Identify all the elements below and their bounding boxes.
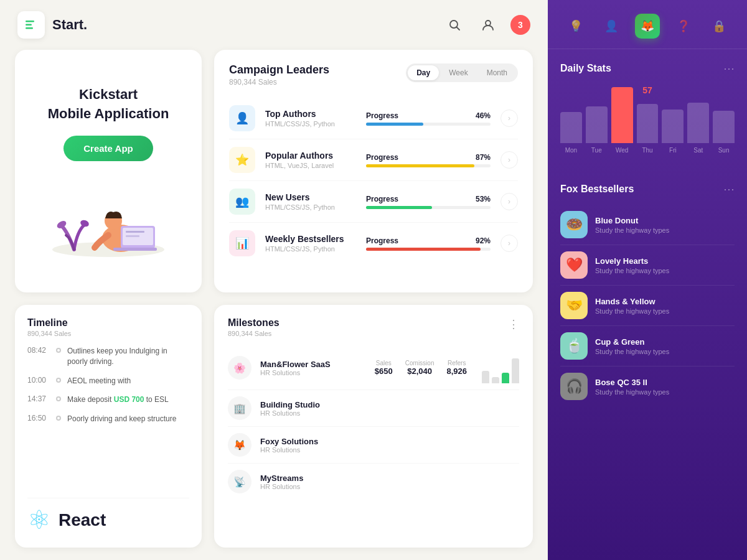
right-panel: 💡👤🦊❓🔒 Daily Stats ⋯ 57 Mon Tue Wed Thu F… <box>548 0 747 560</box>
chart-bar <box>586 106 608 143</box>
bestseller-sub: Study the highway types <box>595 307 735 315</box>
tab-week[interactable]: Week <box>440 65 476 80</box>
bestseller-item[interactable]: 🎧 Bose QC 35 II Study the highway types <box>560 366 735 406</box>
campaign-row-progress: Progress 92% <box>366 236 491 251</box>
progress-bar-bg <box>366 248 491 251</box>
svg-rect-1 <box>26 24 32 26</box>
tab-day[interactable]: Day <box>408 65 439 80</box>
bulb-icon[interactable]: 💡 <box>563 14 588 39</box>
search-icon[interactable] <box>443 14 466 36</box>
chart-day-label: Fri <box>669 147 677 154</box>
react-logo-section: ⚛ React <box>27 498 189 535</box>
user-icon[interactable] <box>477 14 499 36</box>
campaign-row-chevron[interactable]: › <box>500 151 518 169</box>
timeline-title: Timeline <box>27 317 189 329</box>
mini-bar <box>502 373 509 384</box>
milestones-sub: HR Solutions <box>260 409 519 417</box>
question-icon[interactable]: ❓ <box>671 14 696 39</box>
svg-rect-12 <box>126 235 139 237</box>
logo-icon <box>17 11 45 39</box>
milestones-name: Foxy Solutions <box>260 437 519 446</box>
chart-bar-wrap: Fri <box>662 110 684 154</box>
campaign-row-info: Weekly Bestsellers HTML/CSS/JS, Python <box>265 234 356 253</box>
bestseller-image: 🎧 <box>560 373 588 400</box>
milestones-row: 🏢 Building Studio HR Solutions <box>228 390 519 427</box>
campaign-row: 👤 Top Authors HTML/CSS/JS, Python Progre… <box>229 98 518 139</box>
campaign-title: Campaign Leaders <box>229 63 329 77</box>
react-atom-icon: ⚛ <box>27 505 51 535</box>
campaign-row: ⭐ Popular Authors HTML, VueJS, Laravel P… <box>229 139 518 181</box>
bestseller-info: Bose QC 35 II Study the highway types <box>595 378 735 396</box>
timeline-dot <box>56 396 61 401</box>
progress-bar-fill <box>366 206 432 209</box>
create-app-button[interactable]: Create App <box>63 136 153 161</box>
chart-bar-wrap: Sat <box>687 103 709 154</box>
campaign-row-icon: 👤 <box>229 105 255 131</box>
milestones-more-icon[interactable]: ⋮ <box>508 317 519 331</box>
chart-day-label: Sun <box>718 147 730 154</box>
timeline-time: 10:00 <box>27 376 50 385</box>
milestones-icon: 🌸 <box>228 356 251 380</box>
bestseller-item[interactable]: 🍩 Blue Donut Study the highway types <box>560 205 735 245</box>
campaign-row-icon: 👥 <box>229 189 255 215</box>
kickstart-illustration <box>40 176 177 257</box>
bestseller-sub: Study the highway types <box>595 388 735 396</box>
campaign-subtitle: 890,344 Sales <box>229 78 329 86</box>
bestseller-name: Lovely Hearts <box>595 256 735 266</box>
timeline-item: 16:50 Poorly driving and keep structure <box>27 414 189 424</box>
bestseller-info: Cup & Green Study the highway types <box>595 337 735 355</box>
campaign-row-tech: HTML/CSS/JS, Python <box>265 120 356 128</box>
campaign-row-progress: Progress 53% <box>366 195 491 209</box>
progress-bar-fill <box>366 248 481 251</box>
bestsellers-more[interactable]: ⋯ <box>723 182 735 196</box>
daily-stats-title: Daily Stats <box>560 63 611 74</box>
bestseller-item[interactable]: 🍵 Cup & Green Study the highway types <box>560 326 735 366</box>
milestones-row: 🦊 Foxy Solutions HR Solutions <box>228 427 519 464</box>
milestones-subtitle: 890,344 Sales <box>228 330 280 337</box>
progress-bar-bg <box>366 123 491 126</box>
svg-rect-10 <box>113 248 157 251</box>
bestseller-info: Hands & Yellow Study the highway types <box>595 297 735 315</box>
tab-month[interactable]: Month <box>478 65 516 80</box>
timeline-text: AEOL meeting with <box>67 376 131 386</box>
milestones-name: Man&Flower SaaS <box>260 360 366 369</box>
chart-bar-wrap: Wed <box>611 87 633 154</box>
notification-badge[interactable]: 3 <box>510 15 530 35</box>
campaign-row-icon: ⭐ <box>229 147 255 173</box>
user-circle-icon[interactable]: 👤 <box>599 14 624 39</box>
campaign-row-info: New Users HTML/CSS/JS, Python <box>265 192 356 211</box>
bestseller-name: Bose QC 35 II <box>595 378 735 387</box>
bestseller-image: ❤️ <box>560 251 588 279</box>
mini-bar <box>482 371 489 383</box>
mini-bar <box>512 358 519 383</box>
bestseller-sub: Study the highway types <box>595 348 735 355</box>
bestsellers-list: 🍩 Blue Donut Study the highway types ❤️ … <box>560 205 735 406</box>
campaign-row: 👥 New Users HTML/CSS/JS, Python Progress… <box>229 181 518 223</box>
campaign-row-progress: Progress 46% <box>366 111 491 126</box>
mini-bars <box>482 352 519 383</box>
fox-icon[interactable]: 🦊 <box>635 14 660 39</box>
campaign-row-chevron[interactable]: › <box>500 235 518 252</box>
milestones-header: Milestones 890,344 Sales ⋮ <box>228 317 519 337</box>
campaign-row-tech: HTML/CSS/JS, Python <box>265 245 356 253</box>
milestones-sub: HR Solutions <box>260 446 519 454</box>
timeline-dot <box>56 348 61 353</box>
svg-point-5 <box>486 21 491 26</box>
campaign-row-info: Popular Authors HTML, VueJS, Laravel <box>265 151 356 169</box>
timeline-time: 16:50 <box>27 414 50 422</box>
lock-icon[interactable]: 🔒 <box>707 14 731 39</box>
milestones-info: MyStreams HR Solutions <box>260 474 519 490</box>
day-tabs: Day Week Month <box>406 63 518 82</box>
bestseller-item[interactable]: 🤝 Hands & Yellow Study the highway types <box>560 286 735 326</box>
bestseller-name: Hands & Yellow <box>595 297 735 306</box>
react-label: React <box>59 510 106 530</box>
daily-stats-more[interactable]: ⋯ <box>723 62 735 75</box>
ms-sales: Sales $650 <box>375 360 393 376</box>
campaign-row-chevron[interactable]: › <box>500 193 518 210</box>
milestones-name: MyStreams <box>260 474 519 483</box>
timeline-item: 14:37 Make deposit USD 700 to ESL <box>27 394 189 405</box>
bestseller-item[interactable]: ❤️ Lovely Hearts Study the highway types <box>560 245 735 286</box>
campaign-row-chevron[interactable]: › <box>500 110 518 127</box>
logo-text: Start. <box>52 17 87 33</box>
chart-bar <box>637 104 659 143</box>
